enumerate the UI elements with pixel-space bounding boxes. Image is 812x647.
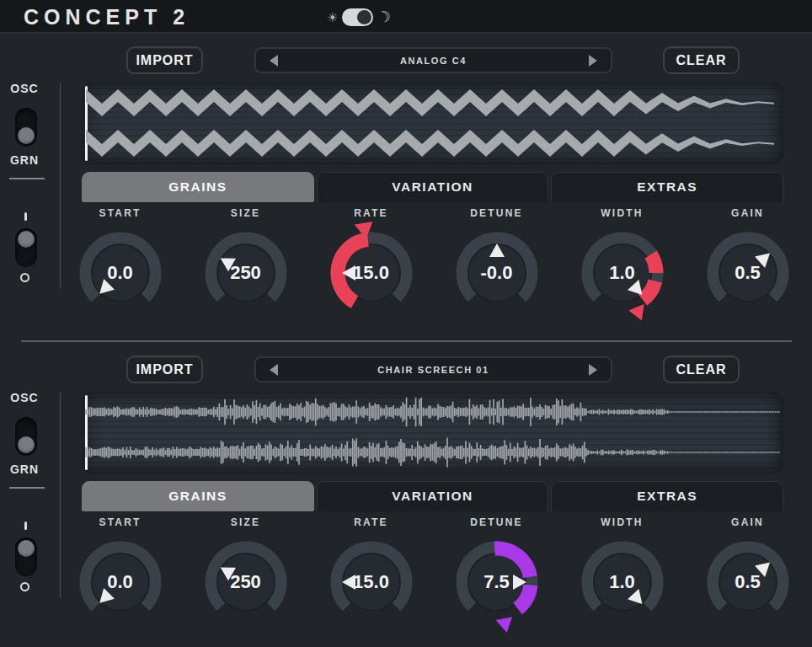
concept2-plugin-window: CONCEPT 2 ☀ ☽ IMPORT ANALOG C4 CLEAR OSC… (0, 0, 812, 647)
knob-dial[interactable] (78, 231, 163, 315)
osc-mode-label: OSC (0, 391, 49, 404)
osc-mode-label: OSC (0, 82, 49, 95)
knob-dial[interactable] (204, 540, 288, 624)
knob-label: SIZE (231, 516, 260, 529)
knob-width[interactable]: WIDTH 1.0 (559, 207, 685, 315)
toggle-knob (18, 540, 35, 557)
tab-variation[interactable]: VARIATION (317, 172, 549, 202)
knob-dial[interactable] (455, 231, 539, 315)
knob-dial[interactable] (204, 231, 288, 315)
knob-label: WIDTH (601, 516, 643, 529)
knob-dial[interactable] (329, 231, 414, 315)
knob-dial[interactable] (78, 540, 163, 624)
knob-rate[interactable]: RATE 15.0 (308, 516, 434, 624)
knob-gain[interactable]: GAIN 0.5 (685, 516, 810, 624)
knob-label: START (99, 207, 141, 220)
waveform-display[interactable] (82, 392, 783, 473)
tab-bar: GRAINS VARIATION EXTRAS (82, 481, 783, 511)
knob-label: GAIN (731, 516, 764, 529)
tab-extras[interactable]: EXTRAS (551, 172, 783, 202)
knob-dial[interactable] (706, 540, 790, 624)
knob-label: DETUNE (470, 207, 523, 220)
knob-dial[interactable] (580, 231, 665, 315)
knob-label: GAIN (731, 207, 764, 220)
waveform-display[interactable] (82, 83, 783, 164)
sidebar-divider (9, 487, 45, 489)
knob-dial[interactable] (706, 231, 790, 315)
sun-icon: ☀ (327, 11, 338, 24)
knob-size[interactable]: SIZE 250 (183, 207, 308, 315)
import-button[interactable]: IMPORT (126, 356, 203, 383)
knob-detune[interactable]: DETUNE -0.0 (434, 207, 559, 315)
power-toggle[interactable] (15, 228, 37, 267)
knob-dial[interactable] (329, 540, 414, 624)
osc-grn-toggle[interactable] (15, 108, 37, 147)
sample-name: ANALOG C4 (278, 56, 589, 66)
tab-grains[interactable]: GRAINS (82, 172, 314, 202)
knob-dial[interactable] (580, 540, 665, 624)
tab-extras[interactable]: EXTRAS (551, 481, 783, 511)
sidebar-divider (9, 178, 45, 179)
grn-mode-label: GRN (0, 463, 49, 476)
knob-label: RATE (354, 516, 388, 529)
prev-sample-icon[interactable] (270, 55, 278, 67)
theme-toggle-group: ☀ ☽ (327, 7, 392, 27)
next-sample-icon[interactable] (589, 364, 597, 376)
knob-label: RATE (354, 207, 388, 220)
power-off-mark (20, 273, 29, 282)
moon-icon: ☽ (376, 8, 393, 26)
clear-button[interactable]: CLEAR (663, 46, 740, 74)
knob-row: START 0.0 SIZE 250 RATE 15.0 DETUNE -0.0 (57, 207, 810, 315)
knob-gain[interactable]: GAIN 0.5 (685, 207, 810, 315)
tab-grains[interactable]: GRAINS (82, 481, 314, 511)
knob-size[interactable]: SIZE 250 (183, 516, 308, 624)
toggle-knob (18, 127, 35, 144)
knob-start[interactable]: START 0.0 (57, 207, 183, 315)
topbar: CONCEPT 2 ☀ ☽ (0, 0, 812, 34)
prev-sample-icon[interactable] (270, 364, 278, 376)
toggle-knob (18, 436, 35, 453)
tab-bar: GRAINS VARIATION EXTRAS (82, 172, 783, 202)
import-button[interactable]: IMPORT (126, 46, 203, 74)
power-off-mark (20, 582, 29, 591)
clear-button[interactable]: CLEAR (663, 356, 740, 383)
knob-detune[interactable]: DETUNE 7.5 (434, 516, 559, 624)
sample-name: CHAIR SCREECH 01 (278, 365, 589, 375)
section-divider (21, 340, 792, 342)
sample-selector[interactable]: ANALOG C4 (254, 47, 612, 73)
sample-selector[interactable]: CHAIR SCREECH 01 (254, 356, 612, 382)
tab-variation[interactable]: VARIATION (317, 481, 549, 511)
app-logo: CONCEPT 2 (24, 5, 190, 29)
knob-rate[interactable]: RATE 15.0 (308, 207, 434, 315)
next-sample-icon[interactable] (589, 55, 597, 67)
grn-mode-label: GRN (0, 153, 49, 167)
knob-label: DETUNE (470, 516, 523, 529)
osc-grn-toggle[interactable] (15, 417, 37, 456)
knob-row: START 0.0 SIZE 250 RATE 15.0 DETUNE 7.5 (57, 516, 810, 624)
knob-start[interactable]: START 0.0 (57, 516, 183, 624)
knob-label: START (99, 516, 141, 529)
knob-label: WIDTH (601, 207, 643, 220)
knob-width[interactable]: WIDTH 1.0 (559, 516, 685, 624)
knob-dial[interactable] (455, 540, 539, 624)
power-on-mark (24, 521, 27, 530)
toggle-knob (18, 231, 35, 248)
oscillator-a-section: IMPORT ANALOG C4 CLEAR OSC GRN GRAINS VA… (0, 34, 812, 343)
knob-label: SIZE (231, 207, 260, 220)
oscillator-b-section: IMPORT CHAIR SCREECH 01 CLEAR OSC GRN GR… (0, 343, 812, 647)
power-on-mark (24, 212, 27, 221)
theme-toggle-knob (357, 10, 371, 24)
theme-toggle[interactable] (342, 8, 373, 26)
power-toggle[interactable] (15, 537, 37, 576)
